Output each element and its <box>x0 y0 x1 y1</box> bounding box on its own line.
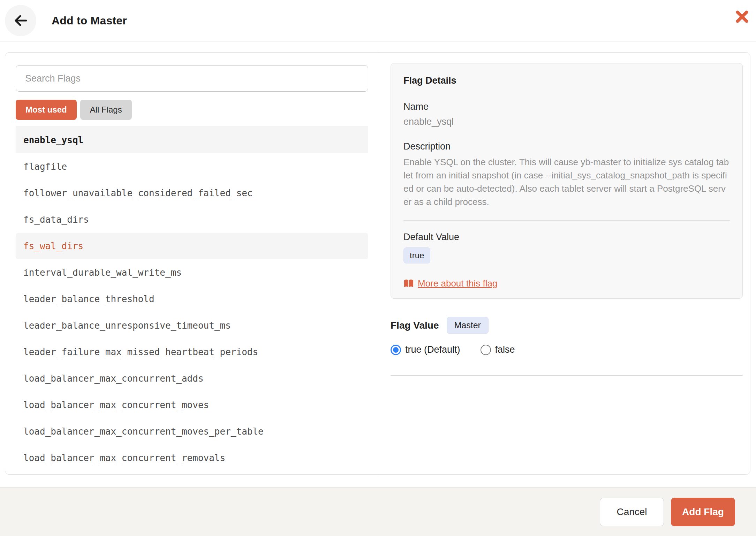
cancel-button[interactable]: Cancel <box>600 498 664 526</box>
flag-row-lb-concurrent-moves[interactable]: load_balancer_max_concurrent_moves <box>16 392 368 418</box>
scope-badge-master: Master <box>447 317 489 334</box>
radio-true-label: true (Default) <box>405 344 460 355</box>
radio-selected-icon[interactable] <box>391 345 401 355</box>
flag-filter-tabs: Most used All Flags <box>16 100 368 120</box>
flag-row-leader-failure-heartbeat[interactable]: leader_failure_max_missed_heartbeat_peri… <box>16 339 368 365</box>
default-value-label: Default Value <box>403 232 730 243</box>
close-icon <box>735 10 749 23</box>
name-label: Name <box>403 101 730 112</box>
tab-all-flags[interactable]: All Flags <box>80 100 132 120</box>
search-input[interactable] <box>16 65 368 92</box>
flag-name-value: enable_ysql <box>403 116 730 127</box>
flag-value-label: Flag Value <box>391 320 439 331</box>
tab-most-used[interactable]: Most used <box>16 100 77 120</box>
modal-header: Add to Master <box>0 0 756 41</box>
flag-detail-pane: Flag Details Name enable_ysql Descriptio… <box>379 53 750 474</box>
back-button[interactable] <box>5 5 36 36</box>
default-value-badge: true <box>403 247 430 263</box>
flag-row-leader-balance-threshold[interactable]: leader_balance_threshold <box>16 286 368 312</box>
flag-row-interval-durable-wal[interactable]: interval_durable_wal_write_ms <box>16 259 368 286</box>
flag-row-lb-concurrent-removals[interactable]: load_balancer_max_concurrent_removals <box>16 445 368 471</box>
flag-list: enable_ysql flagfile follower_unavailabl… <box>16 127 368 471</box>
details-divider <box>403 220 730 221</box>
radio-false-label: false <box>495 344 515 355</box>
flag-details-title: Flag Details <box>403 75 730 86</box>
radio-unselected-icon[interactable] <box>481 345 491 355</box>
close-button[interactable] <box>735 10 749 24</box>
flag-row-lb-concurrent-adds[interactable]: load_balancer_max_concurrent_adds <box>16 365 368 392</box>
flag-details-card: Flag Details Name enable_ysql Descriptio… <box>391 63 743 299</box>
add-flag-button[interactable]: Add Flag <box>671 498 735 526</box>
open-book-icon <box>403 279 414 288</box>
modal-body: Most used All Flags enable_ysql flagfile… <box>5 52 750 475</box>
flag-row-leader-balance-unresponsive[interactable]: leader_balance_unresponsive_timeout_ms <box>16 312 368 339</box>
flag-row-enable-ysql[interactable]: enable_ysql <box>16 127 368 153</box>
page-title: Add to Master <box>52 14 127 27</box>
section-divider <box>391 375 743 376</box>
flag-row-flagfile[interactable]: flagfile <box>16 153 368 180</box>
flag-row-follower-unavailable[interactable]: follower_unavailable_considered_failed_s… <box>16 180 368 206</box>
modal-footer: Cancel Add Flag <box>0 487 756 536</box>
arrow-left-icon <box>13 13 29 29</box>
radio-option-false[interactable]: false <box>481 344 515 355</box>
flag-row-lb-moves-per-table[interactable]: load_balancer_max_concurrent_moves_per_t… <box>16 418 368 445</box>
flag-row-fs-data-dirs[interactable]: fs_data_dirs <box>16 206 368 233</box>
add-flag-modal: Add to Master Most used All Flags enable… <box>0 0 756 536</box>
flag-description: Enable YSQL on the cluster. This will ca… <box>403 155 730 208</box>
flag-value-row: Flag Value Master <box>391 317 743 334</box>
radio-option-true[interactable]: true (Default) <box>391 344 460 355</box>
description-label: Description <box>403 141 730 152</box>
more-about-flag-link[interactable]: More about this flag <box>418 278 497 289</box>
flag-row-fs-wal-dirs[interactable]: fs_wal_dirs <box>16 233 368 259</box>
flag-list-pane: Most used All Flags enable_ysql flagfile… <box>5 53 379 474</box>
flag-value-options: true (Default) false <box>391 344 743 355</box>
more-about-flag-row: More about this flag <box>403 278 730 289</box>
